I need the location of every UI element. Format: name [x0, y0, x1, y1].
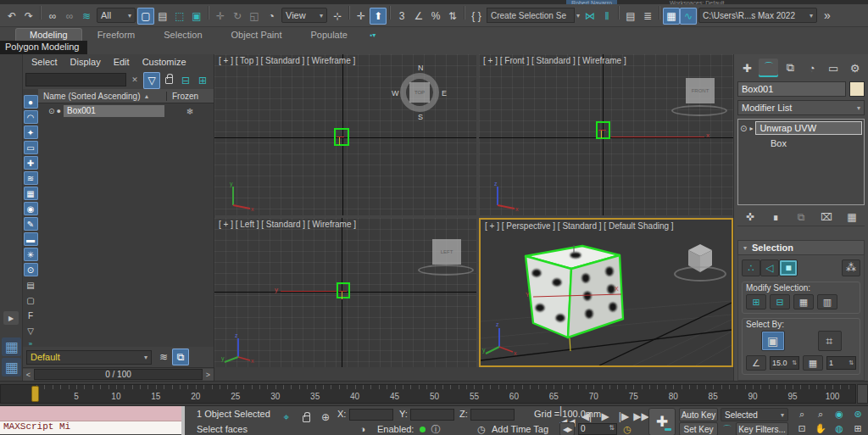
selection-lock-icon[interactable] — [298, 409, 314, 426]
angle-snap-icon[interactable]: ∠ — [410, 8, 427, 25]
select-by-name-icon[interactable]: ▤ — [154, 8, 171, 25]
ribbon-tab-object-paint[interactable]: Object Paint — [218, 29, 296, 41]
percent-snap-icon[interactable]: % — [427, 8, 444, 25]
filter-gear-icon[interactable]: ✳ — [24, 248, 38, 261]
zoom-extents-icon[interactable]: ◉ — [831, 408, 848, 421]
expand-panel-button[interactable]: ▶ — [3, 311, 19, 325]
z-coordinate-field[interactable] — [470, 409, 515, 421]
ribbon-config-icon[interactable]: ▪▾ — [363, 30, 383, 41]
viewport-front[interactable]: [ + ] [ Front ] [ Standard ] [ Wireframe… — [479, 54, 733, 215]
viewport-left[interactable]: [ + ] [ Left ] [ Standard ] [ Wireframe … — [214, 218, 476, 367]
filter-bone-icon[interactable]: ▬ — [24, 232, 38, 246]
planar-threshold-icon[interactable]: ▦ — [803, 355, 823, 371]
window-crossing-icon[interactable]: ▣ — [188, 8, 205, 25]
filter-spacewarps-icon[interactable]: ≋ — [24, 171, 38, 185]
select-by-pelt-icon[interactable]: ⌗ — [818, 331, 842, 351]
menu-display[interactable]: Display — [70, 57, 101, 67]
viewport-top[interactable]: [ + ] [ Top ] [ Standard ] [ Wireframe ]… — [214, 54, 476, 215]
absolute-offset-mode-icon[interactable]: ⊕ — [317, 409, 334, 426]
frozen-filter-icon[interactable]: F — [24, 309, 38, 322]
key-filters-button[interactable]: Key Filters... — [736, 422, 788, 435]
auto-key-button[interactable]: Auto Key — [679, 408, 718, 421]
modifier-visibility-eye-icon[interactable]: ⊙ — [740, 124, 747, 133]
filter-groups-icon[interactable]: ▦ — [24, 187, 38, 200]
grow-selection-icon[interactable]: ⊞ — [746, 294, 766, 310]
zoom-all-icon[interactable]: ⌕ — [812, 408, 829, 421]
modifier-unwrap-uvw[interactable]: Unwrap UVW — [755, 121, 862, 135]
remove-modifier-icon[interactable]: ⌧ — [818, 209, 835, 226]
object-name-field[interactable]: Box001 — [737, 81, 846, 97]
ribbon-tab-selection[interactable]: Selection — [150, 29, 215, 41]
x-coordinate-field[interactable] — [349, 409, 393, 421]
modifier-list-dropdown[interactable]: Modifier List ▾ — [737, 100, 865, 115]
select-and-link-icon[interactable]: ∞ — [44, 8, 61, 25]
set-key-button[interactable]: Set Key — [679, 422, 718, 435]
chevron-down-icon[interactable]: ▾ — [576, 12, 580, 20]
selected-object-wireframe[interactable] — [596, 121, 610, 139]
viewcube-compass[interactable]: TOP N S W E — [400, 73, 439, 112]
object-color-swatch[interactable] — [849, 81, 865, 97]
bind-to-spacewarp-icon[interactable]: ≋ — [78, 8, 95, 25]
spinner-snap-icon[interactable]: ⇅ — [444, 8, 461, 25]
configure-modifier-sets-icon[interactable]: ▦ — [843, 209, 860, 226]
info-icon[interactable]: ⓘ — [429, 422, 442, 435]
selection-rollout-header[interactable]: ▾ Selection — [737, 240, 865, 255]
select-and-scale-icon[interactable]: ◱ — [246, 8, 263, 25]
viewcube-left[interactable]: LEFT — [432, 239, 461, 265]
selection-set-dropdown[interactable]: Selected ▾ — [721, 408, 788, 421]
next-frame-button[interactable]: > — [203, 369, 214, 381]
active-layer-dropdown[interactable]: Default ▾ — [26, 350, 152, 365]
explorer-lock-icon[interactable] — [160, 70, 177, 87]
more-filters-icon[interactable]: » — [29, 340, 32, 347]
select-and-move-icon[interactable]: ✛ — [212, 8, 229, 25]
current-frame-field[interactable]: 0 ⇅ — [578, 423, 617, 435]
viewcube-top-face[interactable]: TOP — [409, 82, 430, 103]
ribbon-tab-modeling[interactable]: Modeling — [15, 28, 82, 41]
explorer-search-input[interactable] — [25, 73, 126, 86]
viewport-top-label[interactable]: [ + ] [ Top ] [ Standard ] [ Wireframe ] — [219, 56, 355, 65]
select-by-smoothing-group-icon[interactable]: ▣ — [761, 331, 785, 351]
selection-filter-dropdown[interactable]: All ▾ — [97, 8, 136, 23]
toolbar-overflow-icon[interactable]: » — [819, 7, 836, 24]
menu-customize[interactable]: Customize — [142, 57, 186, 67]
pivot-point-cross-icon[interactable]: ✛ — [353, 8, 370, 25]
enabled-status-dot[interactable] — [420, 427, 426, 432]
expand-modifier-icon[interactable]: ▸ — [749, 125, 753, 132]
vertex-mode-icon[interactable]: ∴ — [742, 259, 760, 276]
maxscript-mini-listener[interactable]: MAXScript Mi — [0, 406, 185, 435]
rectangular-selection-region-icon[interactable]: ⬚ — [171, 8, 188, 25]
filter-shapes-icon[interactable]: ◠ — [24, 110, 38, 124]
current-frame-display[interactable]: 0 / 100 — [34, 369, 203, 380]
zoom-extents-all-icon[interactable]: ⊛ — [849, 408, 866, 421]
pick-parent-icon[interactable]: ⊟ — [177, 72, 194, 89]
polygon-modeling-tab[interactable]: Polygon Modeling — [0, 41, 87, 54]
make-unique-icon[interactable]: ⧉ — [793, 209, 810, 226]
toggle-ribbon-icon[interactable]: ▦ — [663, 8, 680, 25]
edge-loop-icon[interactable]: ▦ — [793, 294, 814, 310]
orbit-icon[interactable]: ◍ — [831, 422, 848, 435]
ribbon-tab-freeform[interactable]: Freeform — [84, 29, 149, 41]
play-icon[interactable]: ▶ — [597, 408, 614, 425]
curve-editor-icon[interactable]: ∿ — [680, 8, 697, 25]
select-and-place-icon[interactable]: ⊹ — [329, 8, 346, 25]
isolate-selection-icon[interactable]: ◑ — [356, 422, 370, 435]
use-pivot-point-center-icon[interactable]: ⬆ — [370, 8, 387, 25]
planar-threshold-field[interactable]: 1 ⇅ — [826, 356, 856, 370]
name-column-header[interactable]: Name (Sorted Ascending) ▲ — [38, 92, 166, 101]
set-keys-button[interactable]: ✚ — [648, 408, 676, 435]
filter-geometry-icon[interactable]: ● — [24, 95, 38, 109]
create-tab[interactable]: ✚ — [737, 59, 757, 77]
key-step-toggle-icon[interactable]: ◀▶ — [559, 422, 575, 435]
time-slider-track[interactable] — [214, 367, 733, 381]
expand-tree-icon[interactable]: ⊞ — [194, 72, 211, 89]
timeline-scroll-nub[interactable] — [857, 384, 868, 404]
zoom-region-icon[interactable]: ⊡ — [793, 422, 810, 435]
blank-filter-icon[interactable]: ▢ — [24, 293, 38, 307]
named-selection-sets-input[interactable] — [487, 8, 575, 23]
select-object-icon[interactable]: ▢ — [137, 8, 154, 25]
table-row[interactable]: ⊙ ● Box001 ❄ — [38, 103, 214, 119]
visibility-icon[interactable]: ⊙ — [24, 263, 38, 276]
clear-search-icon[interactable]: ✕ — [129, 71, 141, 88]
edge-mode-icon[interactable]: ◁ — [760, 259, 779, 276]
timeline-ruler[interactable]: 5101520253035404550556065707580859095100 — [0, 384, 856, 404]
